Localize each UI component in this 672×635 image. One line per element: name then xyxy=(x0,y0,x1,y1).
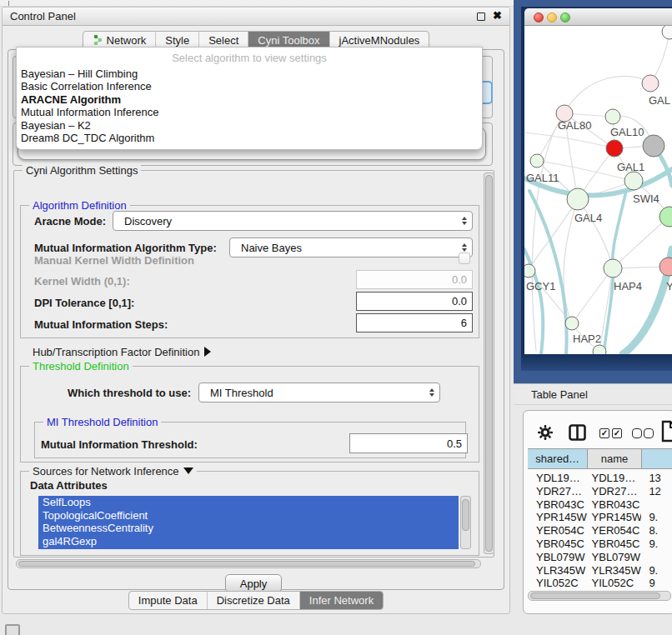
network-node[interactable] xyxy=(593,345,606,354)
hub-definition-toggle[interactable]: Hub/Transcription Factor Definition xyxy=(33,346,211,358)
network-node-gal11[interactable] xyxy=(530,154,544,168)
float-window-icon[interactable] xyxy=(477,12,485,21)
tab-infer-network[interactable]: Infer Network xyxy=(299,592,383,609)
table-row[interactable]: YLR345WYLR345W9. xyxy=(528,564,672,578)
columns-icon[interactable] xyxy=(569,424,586,444)
network-view-window: GALGAL80GAL10GAL1GAL11SWI4GAL4GCY1HAP4YH… xyxy=(521,7,672,371)
zoom-traffic-light-icon[interactable] xyxy=(560,12,570,22)
table-row[interactable]: YPR145WYPR145W9. xyxy=(528,511,672,524)
tab-discretize-data[interactable]: Discretize Data xyxy=(207,592,299,609)
unchecked-checkbox-icon[interactable] xyxy=(632,428,642,438)
attribute-item-betweennesscentrality[interactable]: BetweennessCentrality xyxy=(38,522,459,535)
aracne-mode-select[interactable]: Discovery xyxy=(113,211,473,231)
table-panel-title: Table Panel xyxy=(531,388,588,401)
table-row[interactable]: YBR043CYBR043C xyxy=(528,498,672,512)
mi-threshold-field[interactable] xyxy=(349,433,468,453)
network-node-gal1[interactable] xyxy=(606,140,623,157)
data-attributes-label: Data Attributes xyxy=(30,479,108,492)
table-cell xyxy=(641,498,672,512)
table-cell: 9. xyxy=(641,511,672,524)
collapse-down-icon xyxy=(183,468,193,474)
attribute-item-selfloops[interactable]: SelfLoops xyxy=(38,496,459,509)
column-header-name[interactable]: name xyxy=(588,449,641,468)
table-row[interactable]: YER054CYER054C8. xyxy=(528,524,672,538)
checked-checkbox-icon[interactable]: ✓ xyxy=(599,428,609,438)
kernel-width-label: Kernel Width (0,1): xyxy=(34,275,130,288)
network-edge[interactable] xyxy=(572,268,613,323)
bottom-tab-bar: Impute DataDiscretize DataInfer Network xyxy=(3,591,509,610)
network-node-hap2[interactable] xyxy=(565,317,579,330)
tab-label: jActiveMNodules xyxy=(339,34,420,47)
mi-algorithm-type-select[interactable]: Naive Bayes xyxy=(229,238,473,258)
aracne-mode-label: Aracne Mode: xyxy=(34,215,106,228)
minimize-traffic-light-icon[interactable] xyxy=(547,12,557,22)
hub-definition-label: Hub/Transcription Factor Definition xyxy=(33,346,199,358)
collapsed-panel-icon[interactable] xyxy=(5,624,20,635)
which-threshold-select[interactable]: MI Threshold xyxy=(198,382,440,402)
tab-label: Select xyxy=(208,34,238,47)
network-node-y[interactable] xyxy=(659,258,672,276)
network-window-titlebar[interactable] xyxy=(524,8,672,26)
table-cell xyxy=(641,551,672,564)
close-traffic-light-icon[interactable] xyxy=(534,12,544,22)
data-attributes-list[interactable]: SelfLoopsTopologicalCoefficientBetweenne… xyxy=(38,496,459,549)
checked-checkbox-icon[interactable]: ✓ xyxy=(612,428,622,438)
network-edge[interactable] xyxy=(564,76,650,113)
table-cell: YBR045C xyxy=(528,538,589,551)
network-edge[interactable] xyxy=(613,217,669,268)
table-panel-titlebar: Table Panel xyxy=(514,383,672,405)
node-label-gal1: GAL1 xyxy=(617,161,644,173)
mi-steps-field[interactable] xyxy=(356,313,473,332)
tab-label: Infer Network xyxy=(309,594,374,607)
table-row[interactable]: YBR045CYBR045C9. xyxy=(528,538,672,551)
network-node-swi4[interactable] xyxy=(624,172,643,190)
apply-button[interactable]: Apply xyxy=(225,574,282,592)
tab-label: Impute Data xyxy=(138,594,198,607)
dpi-tolerance-field[interactable] xyxy=(356,292,473,311)
sources-legend[interactable]: Sources for Network Inference xyxy=(29,465,197,478)
manual-kernel-checkbox[interactable] xyxy=(459,252,470,264)
file-icon[interactable] xyxy=(661,420,672,446)
table-cell: YER054C xyxy=(589,524,642,538)
table-horizontal-scrollbar[interactable] xyxy=(528,591,671,601)
network-icon xyxy=(93,34,103,48)
node-label-gal: GAL xyxy=(649,94,670,107)
settings-vertical-scrollbar[interactable] xyxy=(484,172,494,554)
table-row[interactable]: YIL052CYIL052C9 xyxy=(528,577,672,588)
algorithm-option-mutual-information-inference[interactable]: Mutual Information Inference xyxy=(17,106,482,118)
table-row[interactable]: YDR27…YDR27…12 xyxy=(528,485,672,498)
network-node-gal[interactable] xyxy=(642,75,659,92)
table-cell: YDL19… xyxy=(528,472,589,485)
settings-horizontal-scrollbar[interactable] xyxy=(16,559,481,568)
tab-impute-data[interactable]: Impute Data xyxy=(129,592,207,609)
mi-threshold-label: Mutual Information Threshold: xyxy=(41,438,198,451)
algorithm-option-dream8-dc-tdc-algorithm[interactable]: Dream8 DC_TDC Algorithm xyxy=(17,132,482,144)
algorithm-option-aracne-algorithm[interactable]: ARACNE Algorithm xyxy=(17,93,482,106)
column-header-partial[interactable] xyxy=(642,449,672,468)
network-node-hap4[interactable] xyxy=(604,259,622,278)
network-node[interactable] xyxy=(643,135,664,157)
attribute-item-topologicalcoefficient[interactable]: TopologicalCoefficient xyxy=(38,509,459,522)
network-edge[interactable] xyxy=(578,199,613,268)
network-node-gal10[interactable] xyxy=(605,109,620,124)
attribute-item-gal4rgexp[interactable]: gal4RGexp xyxy=(38,535,459,548)
kernel-width-field[interactable] xyxy=(356,270,473,289)
unchecked-checkbox-icon[interactable] xyxy=(644,428,654,438)
table-row[interactable]: YDL19…YDL19…13 xyxy=(528,472,672,485)
table-header[interactable]: shared…name xyxy=(528,448,672,469)
close-icon[interactable]: ✖ xyxy=(493,9,502,22)
sources-title: Sources for Network Inference xyxy=(33,465,179,478)
network-node-gal4[interactable] xyxy=(567,188,589,210)
network-node-gcy1[interactable] xyxy=(524,264,535,278)
table-cell: 8. xyxy=(641,524,672,538)
table-row[interactable]: YBL079WYBL079W xyxy=(528,551,672,564)
network-canvas[interactable]: GALGAL80GAL10GAL1GAL11SWI4GAL4GCY1HAP4YH… xyxy=(524,26,672,354)
algorithm-option-bayesian-k2[interactable]: Bayesian – K2 xyxy=(17,119,482,132)
algorithm-option-bayesian-hill-climbing[interactable]: Bayesian – Hill Climbing xyxy=(17,68,482,80)
attributes-scrollbar[interactable] xyxy=(460,496,471,549)
column-header-shared[interactable]: shared… xyxy=(528,449,588,468)
gear-icon[interactable] xyxy=(538,425,553,443)
node-label-hap4: HAP4 xyxy=(614,280,642,292)
algorithm-option-basic-correlation-inference[interactable]: Basic Correlation Inference xyxy=(17,80,482,92)
network-node[interactable] xyxy=(662,26,672,39)
